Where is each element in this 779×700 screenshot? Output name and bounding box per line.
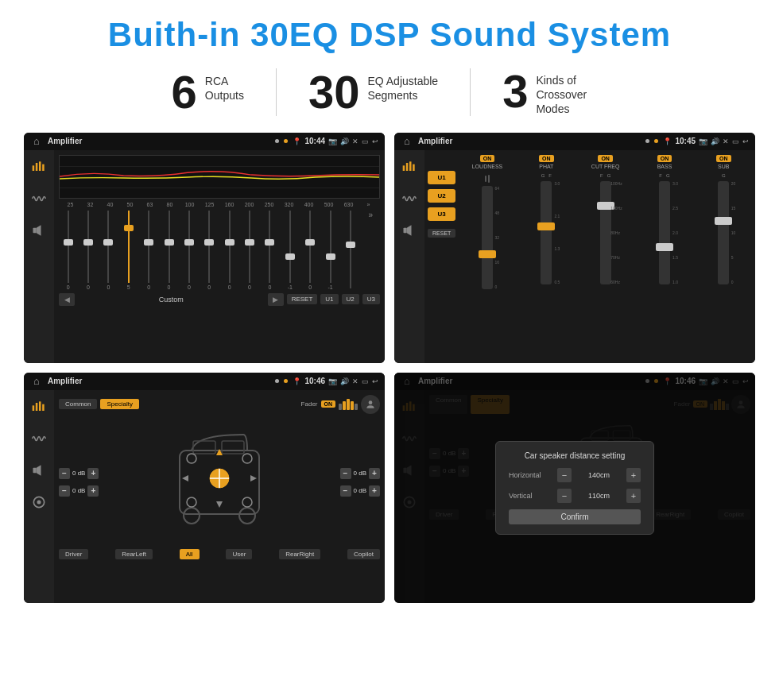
stat-label-crossover: Kinds ofCrossover Modes bbox=[536, 73, 607, 117]
eq-slider-3[interactable]: 5 bbox=[119, 211, 138, 290]
vol-left-bottom-minus[interactable]: − bbox=[59, 485, 70, 497]
eq-slider-1[interactable]: 0 bbox=[79, 211, 97, 290]
eq-slider-2[interactable]: 0 bbox=[99, 211, 118, 290]
sidebar-eq-icon-amp[interactable] bbox=[399, 157, 420, 177]
eq-slider-0[interactable]: 0 bbox=[59, 211, 77, 290]
copilot-btn[interactable]: Copilot bbox=[347, 549, 380, 559]
amp-loudness-on[interactable]: ON bbox=[480, 155, 495, 162]
user-btn[interactable]: User bbox=[226, 549, 252, 559]
amp-presets: U1 U2 U3 RESET bbox=[428, 155, 455, 358]
eq-slider-8[interactable]: 0 bbox=[220, 211, 238, 290]
eq-slider-4[interactable]: 0 bbox=[140, 211, 158, 290]
car-diagram bbox=[102, 419, 336, 546]
eq-preset-label: Custom bbox=[78, 296, 265, 304]
horizontal-plus-btn[interactable]: + bbox=[626, 468, 641, 482]
modal-horizontal-label: Horizontal bbox=[509, 471, 552, 479]
tab-specialty[interactable]: Specialty bbox=[100, 399, 138, 409]
eq-slider-expand[interactable]: » bbox=[362, 211, 380, 290]
vol-right-top-plus[interactable]: + bbox=[369, 468, 380, 479]
eq-slider-6[interactable]: 0 bbox=[180, 211, 198, 290]
sidebar-surround-icon[interactable] bbox=[29, 492, 49, 512]
sub-track[interactable]: 20 15 10 5 0 bbox=[718, 181, 729, 284]
svg-point-24 bbox=[184, 508, 200, 524]
amp-bass-on[interactable]: ON bbox=[657, 155, 672, 162]
amp-sub-on[interactable]: ON bbox=[716, 155, 731, 162]
screen-crossover-content: Common Specialty Fader ON bbox=[24, 390, 385, 603]
svg-rect-12 bbox=[404, 227, 407, 233]
profile-icon[interactable] bbox=[361, 395, 380, 414]
amp-u2-btn[interactable]: U2 bbox=[428, 189, 455, 203]
vol-left-top-plus[interactable]: + bbox=[87, 468, 99, 479]
confirm-button[interactable]: Confirm bbox=[509, 509, 641, 524]
amp-cutfreq-label: CUT FREQ bbox=[591, 164, 620, 169]
horizontal-minus-btn[interactable]: − bbox=[557, 468, 572, 482]
eq-reset-btn[interactable]: RESET bbox=[287, 294, 318, 304]
screen-crossover: ⌂ Amplifier 📍 10:46 📷 🔊 ✕ ▭ ↩ bbox=[24, 373, 385, 603]
vol-right-top-minus[interactable]: − bbox=[340, 468, 351, 479]
phat-track[interactable]: 3.0 2.1 1.3 0.5 bbox=[541, 181, 552, 284]
sidebar-eq-icon-crossover[interactable] bbox=[29, 396, 49, 417]
driver-btn[interactable]: Driver bbox=[59, 549, 88, 559]
eq-slider-10[interactable]: 0 bbox=[261, 211, 279, 290]
rearright-btn[interactable]: RearRight bbox=[279, 549, 320, 559]
amp-bass-label: BASS bbox=[657, 164, 672, 169]
modal-overlay: Car speaker distance setting Horizontal … bbox=[394, 373, 755, 603]
vol-right-bottom-plus[interactable]: + bbox=[369, 485, 380, 497]
bass-track[interactable]: 3.0 2.5 2.0 1.5 1.0 bbox=[659, 181, 670, 284]
eq-next-btn[interactable]: ▶ bbox=[268, 293, 284, 306]
svg-rect-1 bbox=[36, 163, 38, 171]
eq-u3-btn[interactable]: U3 bbox=[362, 294, 380, 304]
eq-sliders: 0 0 0 5 0 0 0 0 0 0 0 -1 0 -1 bbox=[59, 211, 380, 290]
eq-slider-9[interactable]: 0 bbox=[240, 211, 258, 290]
eq-slider-5[interactable]: 0 bbox=[160, 211, 178, 290]
stat-item-eq: 30 EQ AdjustableSegments bbox=[277, 69, 470, 115]
modal-vertical-label: Vertical bbox=[509, 492, 552, 500]
vol-left-top-minus[interactable]: − bbox=[59, 468, 70, 479]
home-icon[interactable]: ⌂ bbox=[30, 135, 43, 148]
vol-left-bottom-plus[interactable]: + bbox=[87, 485, 99, 497]
eq-u2-btn[interactable]: U2 bbox=[342, 294, 359, 304]
eq-u1-btn[interactable]: U1 bbox=[320, 294, 338, 304]
amp-reset-btn[interactable]: RESET bbox=[428, 229, 455, 238]
sidebar-wave-icon-amp[interactable] bbox=[399, 188, 420, 209]
modal-vertical-row: Vertical − 110cm + bbox=[509, 489, 641, 503]
vol-right-bottom-minus[interactable]: − bbox=[340, 485, 351, 497]
amp-cutfreq-on[interactable]: ON bbox=[598, 155, 613, 162]
stat-number-rca: 6 bbox=[172, 69, 197, 115]
main-area-amp: U1 U2 U3 RESET ON LOUDNESS bbox=[424, 150, 755, 363]
eq-slider-13[interactable]: -1 bbox=[321, 211, 339, 290]
home-icon-crossover[interactable]: ⌂ bbox=[30, 375, 43, 388]
amp-u1-btn[interactable]: U1 bbox=[428, 171, 455, 184]
eq-slider-11[interactable]: -1 bbox=[281, 211, 299, 290]
loudness-track[interactable]: 64 48 32 16 0 bbox=[482, 186, 493, 289]
sidebar-wave-icon[interactable] bbox=[29, 188, 49, 209]
eq-slider-14[interactable] bbox=[341, 211, 359, 290]
dot-amp-1 bbox=[645, 139, 649, 143]
amp-u3-btn[interactable]: U3 bbox=[428, 207, 455, 221]
svg-marker-35 bbox=[216, 501, 223, 508]
svg-rect-2 bbox=[39, 161, 41, 171]
eq-graph bbox=[59, 155, 380, 199]
amp-cutfreq-col: ON CUT FREQ F G 100Hz 100Hz 80Hz bbox=[577, 155, 634, 284]
sidebar-speaker-icon[interactable] bbox=[29, 220, 49, 241]
rearleft-btn[interactable]: RearLeft bbox=[115, 549, 153, 559]
vol-left: − 0 dB + − 0 dB + bbox=[59, 419, 99, 546]
tab-common[interactable]: Common bbox=[59, 399, 97, 409]
sidebar-wave-icon-crossover[interactable] bbox=[29, 428, 49, 449]
fader-on-badge[interactable]: ON bbox=[321, 400, 336, 408]
cutfreq-track[interactable]: 100Hz 100Hz 80Hz 70Hz 60Hz bbox=[600, 181, 611, 284]
all-btn[interactable]: All bbox=[180, 549, 200, 559]
vertical-plus-btn[interactable]: + bbox=[626, 489, 641, 503]
sidebar-speaker-icon-amp[interactable] bbox=[399, 220, 420, 241]
sidebar-eq-icon[interactable] bbox=[29, 157, 49, 177]
eq-prev-btn[interactable]: ◀ bbox=[59, 293, 75, 306]
svg-point-19 bbox=[37, 500, 41, 504]
vertical-minus-btn[interactable]: − bbox=[557, 489, 572, 503]
home-icon-amp[interactable]: ⌂ bbox=[401, 135, 413, 148]
amp-phat-on[interactable]: ON bbox=[539, 155, 554, 162]
eq-slider-7[interactable]: 0 bbox=[200, 211, 219, 290]
eq-slider-12[interactable]: 0 bbox=[301, 211, 320, 290]
sidebar-speaker-icon-crossover[interactable] bbox=[29, 460, 49, 481]
main-area-eq: 25 32 40 50 63 80 100 125 160 200 250 32… bbox=[54, 150, 385, 363]
dot-1 bbox=[275, 139, 279, 143]
